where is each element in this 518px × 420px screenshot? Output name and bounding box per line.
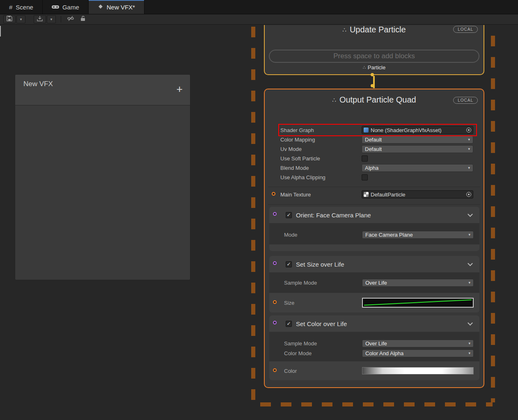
block-properties-strip <box>269 244 479 251</box>
block-settings: Mode Face Camera Plane ▾ <box>269 223 479 239</box>
check-icon: ✓ <box>287 212 291 217</box>
setting-row-shader-graph: Shader Graph None (ShaderGraphVfxAsset) <box>280 126 474 135</box>
block-settings: Sample Mode Over Life ▾ Color Mode Color… <box>269 332 479 357</box>
import-button[interactable] <box>34 15 46 23</box>
chevron-down-icon: ▾ <box>468 147 470 151</box>
main-texture-object-field[interactable]: DefaultParticle <box>362 190 473 199</box>
update-particle-node[interactable]: ∴ Update Particle LOCAL Press space to a… <box>264 25 484 75</box>
size-curve-field[interactable] <box>362 298 474 308</box>
chevron-down-icon: ▾ <box>468 137 470 142</box>
blackboard-title: New VFX <box>23 80 53 88</box>
update-node-title-text: Update Particle <box>350 25 406 34</box>
shader-graph-object-field[interactable]: None (ShaderGraphVfxAsset) <box>362 126 473 134</box>
unlink-icon <box>67 16 74 23</box>
orient-mode-dropdown[interactable]: Face Camera Plane ▾ <box>362 231 474 239</box>
block-set-color-over-life[interactable]: ✓ Set Color over Life Sample Mode Over L… <box>269 315 479 380</box>
main-texture-row: Main Texture DefaultParticle <box>280 189 474 199</box>
block-row-sample-mode: Sample Mode Over Life ▾ <box>269 339 479 347</box>
blackboard-panel: New VFX + <box>15 74 190 280</box>
block-row-color-mode: Color Mode Color And Alpha ▾ <box>269 349 479 357</box>
block-enabled-checkbox[interactable]: ✓ <box>286 212 292 218</box>
vfx-asset-icon <box>98 4 103 11</box>
save-button[interactable] <box>3 15 16 23</box>
setting-row-color-mapping: Color Mapping Default ▾ <box>280 135 474 144</box>
section-divider <box>268 187 480 187</box>
chevron-down-icon: ▾ <box>468 166 470 170</box>
tab-game[interactable]: Game <box>43 0 89 14</box>
object-picker-icon[interactable] <box>466 128 471 132</box>
particle-output-port-label: ∴ Particle <box>265 64 484 71</box>
blackboard-header: New VFX + <box>15 75 190 105</box>
color-sample-mode-dropdown[interactable]: Over Life ▾ <box>362 340 474 347</box>
block-row-mode: Mode Face Camera Plane ▾ <box>269 231 479 239</box>
setting-row-blend-mode: Blend Mode Alpha ▾ <box>280 163 474 172</box>
unity-vfx-graph-window: # Scene Game New VFX* ▾ <box>0 0 518 420</box>
color-mapping-dropdown[interactable]: Default ▾ <box>362 136 473 144</box>
node-settings: Shader Graph None (ShaderGraphVfxAsset) … <box>280 126 474 182</box>
update-output-flow-port[interactable] <box>371 73 374 76</box>
system-border-left <box>251 27 255 402</box>
block-header[interactable]: ✓ Set Color over Life <box>269 315 479 332</box>
import-icon <box>37 16 43 23</box>
block-row-sample-mode: Sample Mode Over Life ▾ <box>269 278 479 287</box>
tab-scene[interactable]: # Scene <box>0 0 43 14</box>
particle-icon: ∴ <box>363 65 366 70</box>
scene-grid-icon: # <box>9 4 12 11</box>
local-badge: LOCAL <box>453 97 478 104</box>
block-port[interactable] <box>273 212 277 216</box>
collapse-chevron-icon[interactable] <box>468 261 473 266</box>
node-title: ∴ Update Particle <box>265 25 484 34</box>
chevron-down-icon: ▾ <box>20 17 22 21</box>
block-settings: Sample Mode Over Life ▾ <box>269 272 479 287</box>
chevron-down-icon: ▾ <box>468 233 470 237</box>
check-icon: ✓ <box>287 321 291 326</box>
block-set-size-over-life[interactable]: ✓ Set Size over Life Sample Mode Over Li… <box>269 256 479 313</box>
graph-toolbar: ▾ ▾ <box>0 14 518 25</box>
collapse-chevron-icon[interactable] <box>468 320 473 326</box>
setting-row-uv-mode: Uv Mode Default ▾ <box>280 144 474 153</box>
unlink-button[interactable] <box>65 15 76 23</box>
block-enabled-checkbox[interactable]: ✓ <box>286 261 292 267</box>
block-header[interactable]: ✓ Orient: Face Camera Plane <box>269 207 479 223</box>
block-port[interactable] <box>273 321 277 324</box>
main-texture-port[interactable] <box>272 192 275 196</box>
save-icon <box>7 16 12 23</box>
block-properties-strip: Size <box>269 293 479 313</box>
texture-asset-icon <box>364 192 369 197</box>
particle-icon: ∴ <box>332 96 336 104</box>
block-orient-face-camera-plane[interactable]: ✓ Orient: Face Camera Plane Mode Face Ca… <box>269 207 479 251</box>
block-header[interactable]: ✓ Set Size over Life <box>269 256 479 272</box>
unlock-icon <box>80 16 86 23</box>
output-input-flow-port[interactable] <box>371 84 374 87</box>
use-alpha-clipping-checkbox[interactable] <box>362 174 368 180</box>
add-property-button[interactable]: + <box>176 84 183 94</box>
size-sample-mode-dropdown[interactable]: Over Life ▾ <box>362 279 474 287</box>
add-blocks-placeholder[interactable]: Press space to add blocks <box>269 50 479 63</box>
use-soft-particle-checkbox[interactable] <box>362 155 368 162</box>
collapse-chevron-icon[interactable] <box>468 212 473 217</box>
color-mode-dropdown[interactable]: Color And Alpha ▾ <box>362 349 474 357</box>
object-picker-icon[interactable] <box>466 192 471 197</box>
chevron-down-icon: ▾ <box>50 17 53 21</box>
graph-canvas[interactable]: New VFX + ∴ Update Particle LOCAL Press … <box>0 25 518 420</box>
color-property-port[interactable] <box>273 368 277 372</box>
size-property-port[interactable] <box>273 300 277 304</box>
blend-mode-dropdown[interactable]: Alpha ▾ <box>362 164 473 172</box>
save-dropdown-button[interactable]: ▾ <box>16 15 25 23</box>
block-enabled-checkbox[interactable]: ✓ <box>286 321 292 327</box>
lock-toggle-button[interactable] <box>78 15 88 23</box>
chevron-down-icon: ▾ <box>468 351 470 355</box>
system-border-right <box>491 36 495 402</box>
tab-bar: # Scene Game New VFX* <box>0 0 518 14</box>
output-particle-quad-node[interactable]: ∴ Output Particle Quad LOCAL Shader Grap… <box>264 89 484 388</box>
block-port[interactable] <box>273 261 277 265</box>
shadergraph-asset-icon <box>364 128 369 132</box>
tab-new-vfx-label: New VFX* <box>107 4 135 11</box>
tab-scene-label: Scene <box>16 4 33 11</box>
tab-new-vfx[interactable]: New VFX* <box>89 0 144 14</box>
toolbar-separator <box>61 16 61 23</box>
uv-mode-dropdown[interactable]: Default ▾ <box>362 145 473 153</box>
section-divider <box>268 204 480 205</box>
import-dropdown-button[interactable]: ▾ <box>47 15 56 23</box>
color-gradient-field[interactable] <box>362 367 474 374</box>
